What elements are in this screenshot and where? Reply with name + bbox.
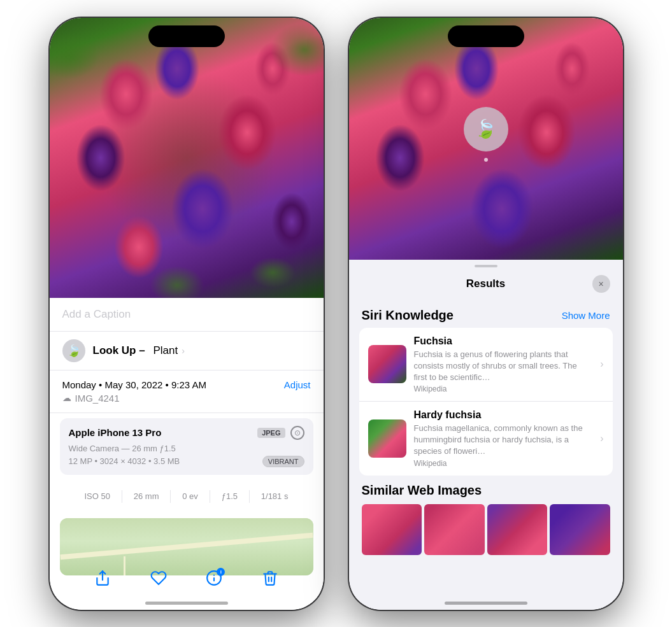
cloud-icon: ☁ <box>62 393 71 403</box>
lookup-text: Look Up – Plant › <box>93 344 311 357</box>
knowledge-item-hardy[interactable]: Hardy fuchsia Fuchsia magellanica, commo… <box>359 402 613 476</box>
fuchsia-desc: Fuchsia is a genus of flowering plants t… <box>414 349 593 384</box>
favorite-button[interactable] <box>150 570 167 591</box>
camera-settings-icon[interactable]: ⊙ <box>290 426 304 440</box>
vi-dot <box>484 158 488 162</box>
similar-section: Similar Web Images <box>349 476 623 560</box>
wide-camera-text: Wide Camera — 26 mm ƒ1.5 <box>69 444 304 453</box>
dynamic-island-right <box>448 25 524 47</box>
vibrant-badge: VIBRANT <box>262 456 304 467</box>
lookup-icon: 🍃 <box>62 339 85 362</box>
left-phone: Add a Caption 🍃 Look Up – Plant › Monday… <box>50 18 324 610</box>
map-area[interactable] <box>60 518 313 575</box>
exif-section: ISO 50 26 mm 0 ev ƒ1.5 1/181 s <box>70 484 303 509</box>
toolbar: i <box>50 570 324 591</box>
visual-intelligence-circle: 🍃 <box>464 107 508 151</box>
exif-ev: 0 ev <box>182 491 198 501</box>
dynamic-island <box>148 25 225 47</box>
exif-sep-1 <box>122 490 122 503</box>
siri-knowledge-title: Siri Knowledge <box>362 308 454 323</box>
jpeg-badge: JPEG <box>257 428 285 438</box>
camera-section: Apple iPhone 13 Pro JPEG ⊙ Wide Camera —… <box>50 413 324 480</box>
results-handle <box>475 265 497 267</box>
caption-area[interactable]: Add a Caption <box>50 298 324 332</box>
fuchsia-chevron: › <box>600 358 603 370</box>
fuchsia-content: Fuchsia Fuchsia is a genus of flowering … <box>414 335 593 394</box>
exif-aperture: ƒ1.5 <box>222 491 238 501</box>
fuchsia-source: Wikipedia <box>414 384 593 393</box>
results-header: Results × <box>349 272 623 300</box>
home-indicator <box>145 602 228 605</box>
green-overlay <box>50 18 324 298</box>
exif-wrapper: ISO 50 26 mm 0 ev ƒ1.5 1/181 s <box>50 480 324 513</box>
similar-image-2[interactable] <box>424 504 485 555</box>
show-more-button[interactable]: Show More <box>562 310 610 321</box>
results-title: Results <box>380 278 592 290</box>
exif-sep-2 <box>170 490 171 503</box>
similar-images-row <box>362 504 610 555</box>
info-button[interactable]: i <box>206 570 222 591</box>
leaf-icon: 🍃 <box>67 344 81 358</box>
exif-shutter: 1/181 s <box>261 491 289 501</box>
right-photo-area[interactable]: 🍃 <box>349 18 623 260</box>
exif-iso: ISO 50 <box>84 491 110 501</box>
vi-leaf-icon: 🍃 <box>475 118 497 139</box>
hardy-chevron: › <box>600 433 603 444</box>
mp-info: 12 MP • 3024 × 4032 • 3.5 MB <box>69 456 180 466</box>
date-section: Monday • May 30, 2022 • 9:23 AM Adjust ☁… <box>50 370 324 413</box>
knowledge-item-fuchsia[interactable]: Fuchsia Fuchsia is a genus of flowering … <box>359 328 613 402</box>
date-text: Monday • May 30, 2022 • 9:23 AM <box>62 379 206 390</box>
knowledge-card: Fuchsia Fuchsia is a genus of flowering … <box>359 328 613 476</box>
results-panel: Results × Siri Knowledge Show More Fuchs… <box>349 260 623 610</box>
fuchsia-title: Fuchsia <box>414 335 593 347</box>
hardy-thumbnail <box>368 419 406 458</box>
exif-sep-4 <box>249 490 250 503</box>
similar-image-4[interactable] <box>550 504 610 555</box>
filename-text: IMG_4241 <box>75 393 120 404</box>
exif-sep-3 <box>210 490 210 503</box>
home-indicator-right <box>445 602 527 605</box>
camera-name: Apple iPhone 13 Pro <box>69 427 162 438</box>
lookup-row[interactable]: 🍃 Look Up – Plant › <box>50 332 324 370</box>
similar-title: Similar Web Images <box>362 483 610 498</box>
share-button[interactable] <box>94 570 111 591</box>
hardy-title: Hardy fuchsia <box>414 409 593 421</box>
caption-placeholder: Add a Caption <box>62 308 131 320</box>
badge-row: JPEG ⊙ <box>257 426 304 440</box>
hardy-source: Wikipedia <box>414 459 593 468</box>
hardy-desc: Fuchsia magellanica, commonly known as t… <box>414 423 593 458</box>
fuchsia-thumbnail <box>368 345 406 383</box>
close-button[interactable]: × <box>592 275 610 293</box>
right-phone: 🍃 Results × Siri Knowledge Show More <box>349 18 623 610</box>
similar-image-1[interactable] <box>362 504 422 555</box>
similar-image-3[interactable] <box>487 504 548 555</box>
hardy-content: Hardy fuchsia Fuchsia magellanica, commo… <box>414 409 593 468</box>
photo-area[interactable] <box>50 18 324 298</box>
chevron-icon: › <box>182 346 185 356</box>
adjust-button[interactable]: Adjust <box>284 379 311 390</box>
exif-mm: 26 mm <box>134 491 159 501</box>
delete-button[interactable] <box>262 570 278 591</box>
siri-knowledge-header: Siri Knowledge Show More <box>349 300 623 328</box>
